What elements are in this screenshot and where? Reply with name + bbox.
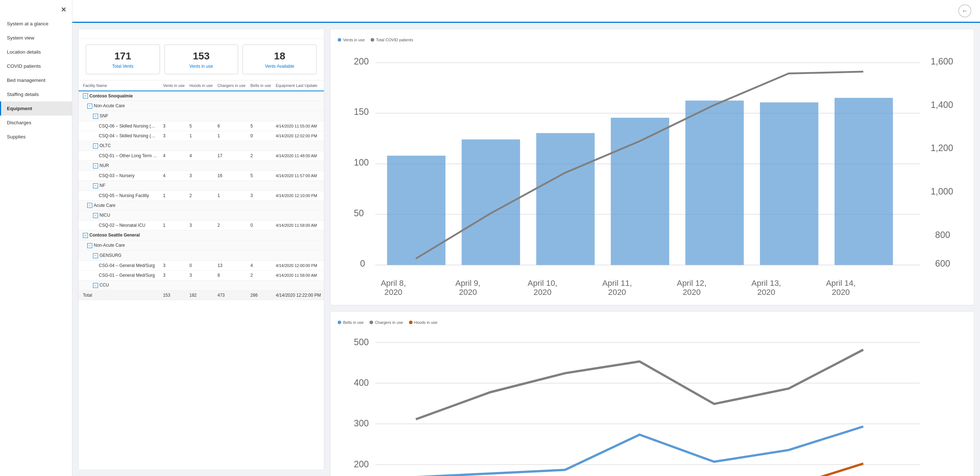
total-belts: 286 xyxy=(248,290,274,300)
chart1-legend: Vents in useTotal COVID patients xyxy=(338,38,967,42)
expand-icon[interactable]: − xyxy=(87,104,92,109)
group-name: −Non-Acute Care xyxy=(78,101,324,111)
table-row: CSQ-02 – Neonatal ICU 1 3 2 0 4/14/2020 … xyxy=(78,220,324,230)
table-row: CSQ-03 – Nursery 4 3 16 5 4/14/2020 11:5… xyxy=(78,171,324,180)
expand-icon[interactable]: − xyxy=(93,163,98,168)
svg-text:2020: 2020 xyxy=(608,288,626,297)
hoods-value: 3 xyxy=(188,220,215,230)
svg-text:50: 50 xyxy=(354,208,364,218)
chargers-value: 1 xyxy=(215,190,248,200)
right-panel: Vents in useTotal COVID patients 200 150… xyxy=(330,29,974,470)
svg-text:April 12,: April 12, xyxy=(677,279,706,288)
svg-text:2020: 2020 xyxy=(459,288,477,297)
table-row: −NUR xyxy=(78,160,324,171)
svg-text:April 14,: April 14, xyxy=(826,279,856,288)
sidebar-header: ✕ xyxy=(0,0,72,17)
belts-value: 2 xyxy=(248,151,274,160)
table-row: CSG-01 – General Med/Surg 3 3 8 2 4/14/2… xyxy=(78,270,324,280)
legend-label: Total COVID patients xyxy=(376,38,413,42)
group-name: −Contoso Snoqualmie xyxy=(78,91,324,101)
sidebar-item-system-view[interactable]: System view xyxy=(0,31,72,45)
chart1-area: 200 150 100 50 0 1,600 1,400 1,200 1,000… xyxy=(338,46,967,299)
expand-icon[interactable]: − xyxy=(93,213,98,218)
group-name: −Acute Care xyxy=(78,200,324,211)
vents-value: 1 xyxy=(161,190,187,200)
total-chargers: 473 xyxy=(215,290,248,300)
vents-value: 1 xyxy=(161,220,187,230)
svg-text:200: 200 xyxy=(354,459,369,469)
legend-label: Hoods in use xyxy=(414,320,438,324)
svg-text:April 8,: April 8, xyxy=(381,279,406,288)
expand-icon[interactable]: − xyxy=(87,203,92,208)
sidebar-item-covid-patients[interactable]: COVID patients xyxy=(0,59,72,73)
table-row: −CCU xyxy=(78,280,324,290)
metrics-row: 171Total Vents153Vents in use18Vents Ava… xyxy=(78,39,324,80)
svg-text:150: 150 xyxy=(354,107,369,117)
date-value: 4/14/2020 12:02:00 PM xyxy=(274,131,324,141)
sidebar-item-location-details[interactable]: Location details xyxy=(0,45,72,59)
group-name: −CCU xyxy=(78,280,324,290)
hoods-value: 5 xyxy=(188,121,215,131)
legend-label: Vents in use xyxy=(343,38,365,42)
svg-text:100: 100 xyxy=(354,157,369,167)
svg-text:500: 500 xyxy=(354,337,369,347)
col-chargers: Chargers in use xyxy=(215,80,248,91)
date-value: 4/14/2020 11:58:00 AM xyxy=(274,270,324,280)
sidebar-item-supplies[interactable]: Supplies xyxy=(0,130,72,144)
svg-text:200: 200 xyxy=(354,56,369,66)
legend-dot xyxy=(371,38,374,42)
svg-text:2020: 2020 xyxy=(682,288,701,297)
back-button[interactable]: ← xyxy=(958,4,971,18)
legend-item: Chargers in use xyxy=(369,320,403,324)
close-icon[interactable]: ✕ xyxy=(61,6,66,13)
chargers-value: 13 xyxy=(215,260,248,270)
table-row: −Contoso Snoqualmie xyxy=(78,91,324,101)
chargers-value: 6 xyxy=(215,121,248,131)
equipment-panel-title xyxy=(78,29,324,39)
expand-icon[interactable]: − xyxy=(93,144,98,149)
legend-item: Vents in use xyxy=(338,38,365,42)
expand-icon[interactable]: − xyxy=(93,283,98,288)
legend-label: Belts in use xyxy=(343,320,364,324)
svg-text:April 9,: April 9, xyxy=(455,279,480,288)
chargers-value: 8 xyxy=(215,270,248,280)
vents-value: 3 xyxy=(161,121,187,131)
legend-dot xyxy=(369,321,373,324)
total-vents: 153 xyxy=(161,290,187,300)
svg-text:2020: 2020 xyxy=(384,288,402,297)
expand-icon[interactable]: − xyxy=(93,253,98,258)
table-row: CSQ-06 – Skilled Nursing (… 3 5 6 5 4/14… xyxy=(78,121,324,131)
expand-icon[interactable]: − xyxy=(93,114,98,119)
vents-value: 4 xyxy=(161,171,187,180)
vents-value: 3 xyxy=(161,270,187,280)
content-area: 171Total Vents153Vents in use18Vents Ava… xyxy=(72,23,980,476)
table-row: CSQ-01 – Other Long Term … 4 4 17 2 4/14… xyxy=(78,151,324,160)
svg-text:April 10,: April 10, xyxy=(528,279,557,288)
col-facility: Facility Name xyxy=(78,80,161,91)
expand-icon[interactable]: − xyxy=(83,93,88,99)
sidebar-item-bed-management[interactable]: Bed management xyxy=(0,73,72,87)
table-row: −SNF xyxy=(78,111,324,121)
expand-icon[interactable]: − xyxy=(83,233,88,238)
table-row: CSQ-05 – Nursing Facility 1 2 1 3 4/14/2… xyxy=(78,190,324,200)
chargers-value: 16 xyxy=(215,171,248,180)
group-name: −OLTC xyxy=(78,141,324,151)
metric-label: Vents Available xyxy=(249,64,310,69)
sidebar-item-system-glance[interactable]: System at a glance xyxy=(0,17,72,31)
chargers-value: 1 xyxy=(215,131,248,141)
facility-name: CSG-01 – General Med/Surg xyxy=(78,270,161,280)
sidebar-item-discharges[interactable]: Discharges xyxy=(0,115,72,130)
expand-icon[interactable]: − xyxy=(87,243,92,248)
legend-dot xyxy=(409,321,412,324)
expand-icon[interactable]: − xyxy=(93,183,98,188)
chart-belts-card: Belts in useChargers in useHoods in use … xyxy=(330,311,974,476)
sidebar-item-staffing-details[interactable]: Staffing details xyxy=(0,87,72,101)
date-value: 4/14/2020 12:00:00 PM xyxy=(274,260,324,270)
svg-text:300: 300 xyxy=(354,418,369,428)
table-container[interactable]: Facility Name Vents in use Hoods in use … xyxy=(78,80,324,470)
date-value: 4/14/2020 11:58:00 AM xyxy=(274,220,324,230)
vents-value: 4 xyxy=(161,151,187,160)
sidebar-item-equipment[interactable]: Equipment xyxy=(0,101,72,115)
belts-value: 3 xyxy=(248,190,274,200)
group-name: −Contoso Seattle General xyxy=(78,230,324,241)
